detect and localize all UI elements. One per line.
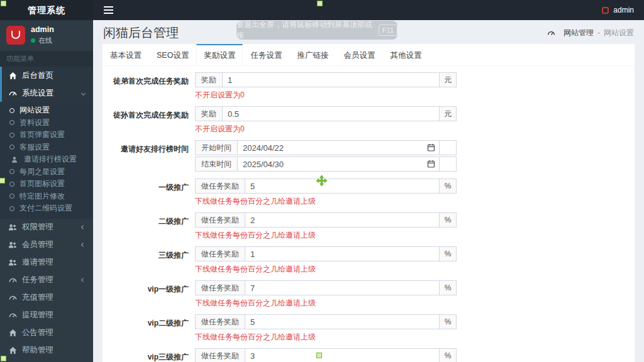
handle-bottom-center [316,353,322,358]
form-row-4: 二级推广做任务奖励%下线做任务每份百分之几给邀请上级 [106,212,625,239]
sidebar-subitem-8[interactable]: 支付二维码设置 [0,202,93,215]
chevron-left-icon [81,225,86,229]
main-content: 闲猫后台管理 网站管理 - 网站设置 基本设置SEO设置奖励设置任务设置推广链接… [93,20,644,362]
sidebar-item-label: 会员管理 [22,239,53,250]
gauge-icon [8,293,18,302]
menu-section-label: 功能菜单 [0,51,93,67]
sidebar-item-8[interactable]: 公告管理 [0,324,93,342]
home-icon [8,346,18,354]
sidebar-item-label: 后台首页 [22,70,53,81]
date-input[interactable] [238,157,439,171]
move-cursor-icon [316,175,328,187]
input-group: 奖励元 [195,72,457,87]
sidebar-item-9[interactable]: 帮助管理 [0,342,93,359]
user-panel: admin 在线 [0,20,93,51]
sidebar-subitem-5[interactable]: 每周之星设置 [0,166,93,178]
sidebar-subitem-label: 网站设置 [19,105,50,116]
gauge-icon [8,89,18,97]
sidebar-subitem-3[interactable]: 客服设置 [0,141,93,154]
sidebar-subitem-label: 特定图片修改 [19,191,65,202]
field-input[interactable] [245,247,439,261]
field-input[interactable] [223,107,439,121]
calendar-icon[interactable] [427,143,435,155]
field-controls: 做任务奖励%下线做任务每份百分之几给邀请上级 [195,314,457,341]
input-addon: 做任务奖励 [196,213,245,227]
sidebar-submenu: 网站设置资料设置首页弹窗设置客服设置邀请排行榜设置每周之星设置首页图标设置特定图… [0,102,93,219]
sidebar-item-6[interactable]: 充值管理 [0,289,93,307]
breadcrumb-item-current: 网站设置 [604,28,634,38]
sidebar-subitem-6[interactable]: 首页图标设置 [0,178,93,190]
sidebar-item-2[interactable]: 权限管理 [0,219,93,236]
settings-tabs: 基本设置SEO设置奖励设置任务设置推广链接会员设置其他设置 [103,44,635,66]
tab-3[interactable]: 任务设置 [243,44,289,65]
sidebar-subitem-1[interactable]: 资料设置 [0,117,93,129]
breadcrumb-item[interactable]: 网站管理 [564,28,594,38]
avatar [6,26,25,45]
input-group: 做任务奖励% [195,246,457,261]
sidebar-subitem-label: 邀请排行榜设置 [24,154,77,165]
tab-5[interactable]: 会员设置 [336,44,382,65]
field-label: 一级推广 [106,178,189,206]
input-group: 做任务奖励% [195,314,457,329]
tab-2[interactable]: 奖励设置 [196,44,243,65]
input-group: 结束时间 [195,156,457,172]
gauge-icon [8,276,18,284]
date-field-wrap [238,141,439,155]
sidebar-subitem-label: 首页图标设置 [19,178,65,189]
field-input[interactable] [245,315,439,329]
sidebar-item-label: 邀请管理 [22,257,53,268]
input-addon: 做任务奖励 [196,315,245,329]
input-addon: 奖励 [196,107,223,121]
sidebar-subitem-2[interactable]: 首页弹窗设置 [0,129,93,141]
sidebar-menu: 后台首页系统设置网站设置资料设置首页弹窗设置客服设置邀请排行榜设置每周之星设置首… [0,67,93,362]
chevron-left-icon [81,243,86,247]
input-addon: 做任务奖励 [196,349,245,362]
topbar-username: admin [613,6,634,14]
input-group: 做任务奖励% [195,212,457,228]
sidebar-item-label: 系统设置 [22,88,53,99]
input-addon: 做任务奖励 [196,247,245,261]
circle-icon [9,169,14,174]
sidebar-subitem-label: 客服设置 [19,142,50,153]
sidebar-subitem-7[interactable]: 特定图片修改 [0,190,93,203]
sidebar-item-7[interactable]: 提现管理 [0,307,93,324]
field-input[interactable] [223,73,439,87]
help-text: 下线做任务每份百分之几给邀请上级 [195,197,457,206]
field-input[interactable] [245,213,439,227]
input-suffix-empty [439,157,456,171]
field-label: vip一级推广 [106,280,189,307]
form-row-2: 邀请好友排行榜时间开始时间结束时间 [106,140,625,172]
field-input[interactable] [245,281,439,295]
field-label: 三级推广 [106,246,189,273]
sidebar-item-1[interactable]: 系统设置 [0,84,93,102]
topbar-user-menu[interactable]: admin [602,6,634,14]
hamburger-icon[interactable] [101,3,116,18]
app-brand[interactable]: 管理系统 [0,0,93,20]
form-row-1: 徒孙首次完成任务奖励奖励元不开启设置为0 [106,106,625,133]
tab-1[interactable]: SEO设置 [149,44,196,65]
sidebar-subitem-4[interactable]: 邀请排行榜设置 [0,153,93,166]
users-icon [8,223,18,231]
date-input[interactable] [238,141,439,155]
logo-icon [602,7,609,14]
sidebar-item-0[interactable]: 后台首页 [0,67,93,84]
tab-4[interactable]: 推广链接 [289,44,336,65]
tab-0[interactable]: 基本设置 [103,44,149,65]
sidebar-item-5[interactable]: 任务管理 [0,272,93,289]
help-text: 下线做任务每份百分之几给邀请上级 [195,332,457,341]
calendar-icon[interactable] [427,160,435,171]
dashboard-icon [546,29,556,37]
sidebar-subitem-label: 支付二维码设置 [19,203,72,214]
input-addon: 做任务奖励 [196,281,245,295]
tab-6[interactable]: 其他设置 [382,44,429,65]
field-input[interactable] [245,179,439,193]
field-input[interactable] [245,349,439,362]
circle-icon [9,145,14,150]
sidebar-item-10[interactable]: 轮播图管理 [0,359,93,362]
sidebar-item-3[interactable]: 会员管理 [0,236,93,254]
sidebar-item-4[interactable]: 邀请管理 [0,254,93,272]
field-controls: 做任务奖励%下线做任务每份百分之几给邀请上级 [195,280,457,307]
field-label: vip三级推广 [106,348,189,362]
sidebar-subitem-0[interactable]: 网站设置 [0,104,93,117]
settings-card: 基本设置SEO设置奖励设置任务设置推广链接会员设置其他设置 徒弟首次完成任务奖励… [103,44,635,362]
